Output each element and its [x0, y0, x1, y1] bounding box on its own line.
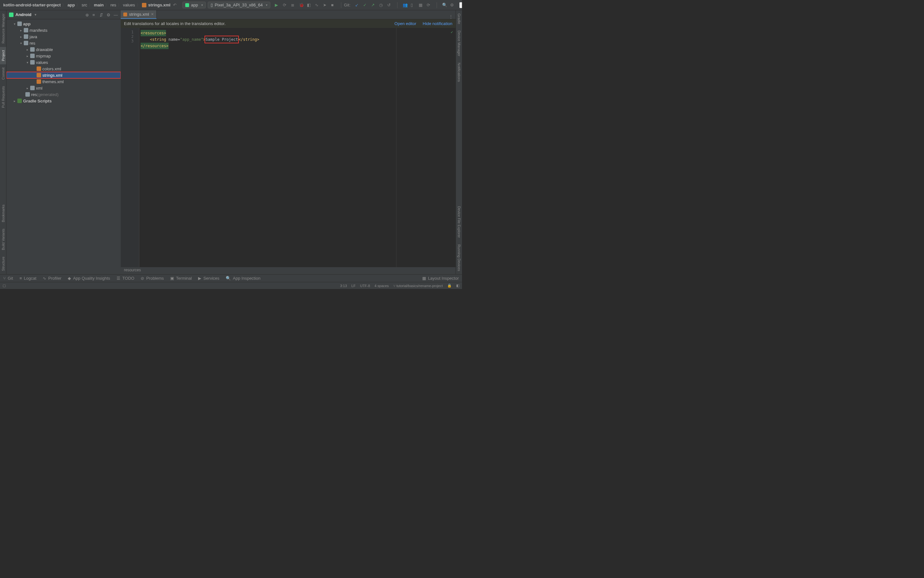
tab-problems[interactable]: ⊘Problems — [138, 276, 167, 281]
tab-resource-manager[interactable]: Resource Manager — [0, 10, 6, 47]
tree-node-colors[interactable]: colors.xml — [6, 65, 121, 72]
coverage-icon[interactable]: ◧ — [307, 3, 312, 7]
project-tree[interactable]: ▾ app ▸ manifests ▸ java ▾ res ▸ — [6, 19, 121, 274]
fold-gutter[interactable] — [136, 28, 139, 267]
tab-todo[interactable]: ☰TODO — [113, 276, 138, 281]
sdk-manager-icon[interactable]: ▦ — [419, 3, 423, 7]
tree-node-values[interactable]: ▾ values — [6, 59, 121, 65]
code-area[interactable]: ✓ <resources> <string name="app_name">Sa… — [139, 28, 456, 267]
editor-tab-strings[interactable]: strings.xml ✕ — [121, 10, 157, 19]
memory-indicator[interactable]: ◧ — [456, 284, 459, 288]
code-line[interactable]: <string name="app_name">Sample Project</… — [139, 36, 456, 43]
tab-bookmarks[interactable]: Bookmarks — [0, 201, 6, 226]
tree-node-res-generated[interactable]: res (generated) — [6, 91, 121, 97]
tab-device-manager[interactable]: Device Manager — [456, 27, 462, 59]
tree-node-strings[interactable]: strings.xml — [6, 72, 121, 78]
sync-icon[interactable]: ⟳ — [427, 3, 431, 7]
run-icon[interactable]: ▶ — [275, 3, 280, 7]
avatar[interactable] — [459, 2, 462, 8]
tree-node-xml[interactable]: ▸ xml — [6, 85, 121, 91]
close-icon[interactable]: ✕ — [151, 12, 154, 16]
run-config-select[interactable]: app — [182, 2, 206, 8]
expand-icon[interactable]: ⇵ — [99, 13, 104, 17]
check-ok-icon[interactable]: ✓ — [451, 30, 453, 34]
hide-icon[interactable]: — — [113, 13, 118, 17]
tree-node-gradle-scripts[interactable]: ▸ Gradle Scripts — [6, 97, 121, 104]
open-editor-link[interactable]: Open editor — [395, 21, 417, 26]
expand-toggle-icon[interactable]: ▾ — [19, 41, 23, 45]
status-line-ending[interactable]: LF — [352, 284, 356, 288]
code-with-me-icon[interactable]: 👥 — [403, 3, 407, 7]
tab-gradle[interactable]: Gradle — [456, 10, 462, 27]
tab-terminal[interactable]: ▣Terminal — [167, 276, 195, 281]
tree-node-java[interactable]: ▸ java — [6, 33, 121, 40]
tree-node-drawable[interactable]: ▸ drawable — [6, 46, 121, 53]
attach-debugger-icon[interactable]: ➤ — [323, 3, 328, 7]
debug-icon[interactable]: 🐞 — [299, 3, 304, 7]
history-icon[interactable]: ◷ — [379, 3, 384, 7]
breadcrumb-res[interactable]: res — [110, 3, 116, 7]
breadcrumb-values[interactable]: values — [123, 3, 135, 7]
tab-app-inspection[interactable]: 🔍App Inspection — [222, 276, 264, 281]
device-select[interactable]: ▯ Pixel_3a_API_33_x86_64 — [208, 2, 271, 8]
back-arrow-icon[interactable]: ↶ — [173, 3, 178, 7]
status-git-branch[interactable]: ⑂ tutorial/basics/rename-project — [393, 284, 443, 288]
lock-icon[interactable]: 🔒 — [447, 284, 452, 288]
tab-git[interactable]: ⑂Git — [0, 276, 16, 281]
expand-toggle-icon[interactable]: ▸ — [26, 48, 29, 51]
breadcrumb-src[interactable]: src — [81, 3, 87, 7]
select-opened-file-icon[interactable]: ⊕ — [85, 13, 90, 17]
expand-toggle-icon[interactable]: ▸ — [13, 99, 16, 103]
collapse-icon[interactable]: ≡ — [92, 13, 97, 17]
tab-profiler[interactable]: ∿Profiler — [39, 276, 65, 281]
tree-node-manifests[interactable]: ▸ manifests — [6, 27, 121, 33]
tab-notifications[interactable]: Notifications — [456, 59, 462, 85]
expand-toggle-icon[interactable]: ▾ — [26, 61, 29, 64]
apply-code-icon[interactable]: ≣ — [291, 3, 296, 7]
editor-body[interactable]: 1 2 3 ✓ <resources> <string name="app_na… — [121, 28, 456, 267]
tab-project[interactable]: Project — [0, 47, 6, 64]
tree-node-app[interactable]: ▾ app — [6, 21, 121, 27]
commit-icon[interactable]: ✓ — [363, 3, 368, 7]
code-line[interactable]: </resources> — [139, 43, 456, 49]
tab-layout-inspector[interactable]: ▦Layout Inspector — [419, 276, 462, 281]
editor-breadcrumb[interactable]: resources — [121, 267, 456, 274]
breadcrumb-file[interactable]: strings.xml — [148, 3, 170, 7]
tree-node-themes[interactable]: themes.xml — [6, 78, 121, 85]
expand-toggle-icon[interactable]: ▸ — [26, 54, 29, 58]
profile-icon[interactable]: ∿ — [315, 3, 320, 7]
tree-node-res[interactable]: ▾ res — [6, 40, 121, 46]
search-icon[interactable]: 🔍 — [442, 3, 447, 7]
settings-icon[interactable]: ⚙ — [107, 13, 111, 17]
settings-icon[interactable]: ⚙ — [450, 3, 455, 7]
tab-build-variants[interactable]: Build Variants — [0, 226, 6, 253]
expand-toggle-icon[interactable]: ▸ — [19, 29, 23, 32]
tree-node-mipmap[interactable]: ▸ mipmap — [6, 53, 121, 59]
tool-windows-icon[interactable]: ▢ — [3, 284, 6, 288]
expand-toggle-icon[interactable]: ▸ — [26, 86, 29, 90]
update-project-icon[interactable]: ↙ — [355, 3, 360, 7]
tab-device-file-explorer[interactable]: Device File Explorer — [456, 203, 462, 241]
project-view-select[interactable]: Android — [9, 12, 36, 17]
code-line[interactable]: <resources> — [139, 30, 456, 36]
status-caret-pos[interactable]: 3:13 — [340, 284, 347, 288]
tab-app-quality-insights[interactable]: ◆App Quality Insights — [65, 276, 113, 281]
breadcrumb-project[interactable]: kotlin-android-starter-project — [3, 3, 61, 7]
tab-services[interactable]: ▶Services — [195, 276, 222, 281]
avd-manager-icon[interactable]: ▯ — [411, 3, 415, 7]
tab-running-devices[interactable]: Running Devices — [456, 241, 462, 274]
more-icon[interactable]: ⋮ — [446, 14, 456, 19]
status-encoding[interactable]: UTF-8 — [360, 284, 370, 288]
status-indent[interactable]: 4 spaces — [374, 284, 389, 288]
push-icon[interactable]: ↗ — [371, 3, 376, 7]
expand-toggle-icon[interactable]: ▾ — [13, 22, 16, 26]
tab-structure[interactable]: Structure — [0, 253, 6, 274]
apply-changes-icon[interactable]: ⟳ — [283, 3, 288, 7]
stop-icon[interactable]: ■ — [331, 3, 336, 7]
tab-logcat[interactable]: ≡Logcat — [16, 276, 40, 281]
rollback-icon[interactable]: ↺ — [387, 3, 392, 7]
tab-commit[interactable]: Commit — [0, 64, 6, 83]
expand-toggle-icon[interactable]: ▸ — [19, 35, 23, 39]
tab-pull-requests[interactable]: Pull Requests — [0, 83, 6, 111]
breadcrumb-main[interactable]: main — [94, 3, 104, 7]
